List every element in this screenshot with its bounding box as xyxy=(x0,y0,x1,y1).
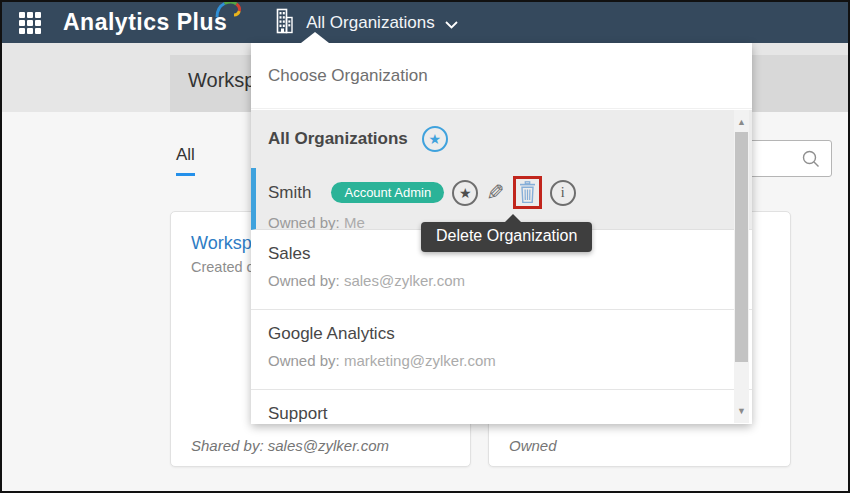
org-selector-label: All Organizations xyxy=(306,13,435,33)
app-window: Worksp All C Worksp Created o Shared by:… xyxy=(0,0,850,493)
tooltip-text: Delete Organization xyxy=(436,227,577,244)
account-admin-badge: Account Admin xyxy=(331,182,444,203)
owner-label: Owned by: xyxy=(268,214,340,231)
dropdown-scrollbar[interactable]: ▲ ▼ xyxy=(734,110,749,423)
scroll-up-icon[interactable]: ▲ xyxy=(734,114,749,130)
owner-value: sales@zylker.com xyxy=(344,272,465,289)
org-name: Support xyxy=(268,404,752,424)
org-item-google-analytics[interactable]: Google Analytics Owned by: marketing@zyl… xyxy=(251,310,752,390)
tab-all[interactable]: All xyxy=(176,145,195,176)
app-title: Analytics Plus xyxy=(63,9,227,35)
choose-organization-dropdown: Choose Organization All Organizations ★ … xyxy=(251,43,752,424)
owner-value: Me xyxy=(344,214,365,231)
page-title: Worksp xyxy=(188,69,255,92)
scroll-down-icon[interactable]: ▼ xyxy=(734,403,749,419)
set-favorite-icon[interactable]: ★ xyxy=(452,180,478,206)
workspace-card-title[interactable]: Worksp xyxy=(191,233,252,254)
workspace-card-meta: Created o xyxy=(191,259,255,275)
org-item-smith[interactable]: Smith Account Admin ★ ✎ xyxy=(251,168,752,230)
search-icon xyxy=(801,149,821,169)
app-launcher-icon[interactable] xyxy=(19,12,41,34)
org-item-all-organizations[interactable]: All Organizations ★ xyxy=(251,110,752,168)
dropdown-title: Choose Organization xyxy=(251,43,752,109)
dropdown-caret xyxy=(301,32,329,43)
organization-building-icon xyxy=(273,8,294,38)
logo-swoosh-icon xyxy=(213,0,243,23)
top-navbar: Analytics Plus xyxy=(2,2,848,43)
info-icon[interactable]: i xyxy=(550,180,576,206)
scrollbar-thumb[interactable] xyxy=(735,132,748,362)
owner-value: marketing@zylker.com xyxy=(344,352,496,369)
app-logo: Analytics Plus xyxy=(63,9,227,36)
owner-label: Owned by: xyxy=(268,272,340,289)
owner-label: Owned by: xyxy=(268,352,340,369)
edit-pencil-icon[interactable]: ✎ xyxy=(486,182,504,204)
chevron-down-icon xyxy=(445,15,458,33)
org-item-support[interactable]: Support xyxy=(251,390,752,424)
trash-icon xyxy=(519,181,536,204)
tooltip-caret xyxy=(505,214,521,222)
workspace-card-footer: Shared by: sales@zylker.com xyxy=(191,437,389,454)
favorite-star-icon[interactable]: ★ xyxy=(422,126,448,152)
workspace-card-2-footer: Owned xyxy=(509,437,557,454)
delete-organization-tooltip: Delete Organization xyxy=(421,222,592,252)
org-name: All Organizations xyxy=(268,129,408,149)
org-name: Google Analytics xyxy=(268,324,752,344)
delete-highlight-box[interactable] xyxy=(513,176,542,209)
org-name: Smith xyxy=(268,183,311,203)
organization-list: All Organizations ★ Smith Account Admin … xyxy=(251,110,752,424)
